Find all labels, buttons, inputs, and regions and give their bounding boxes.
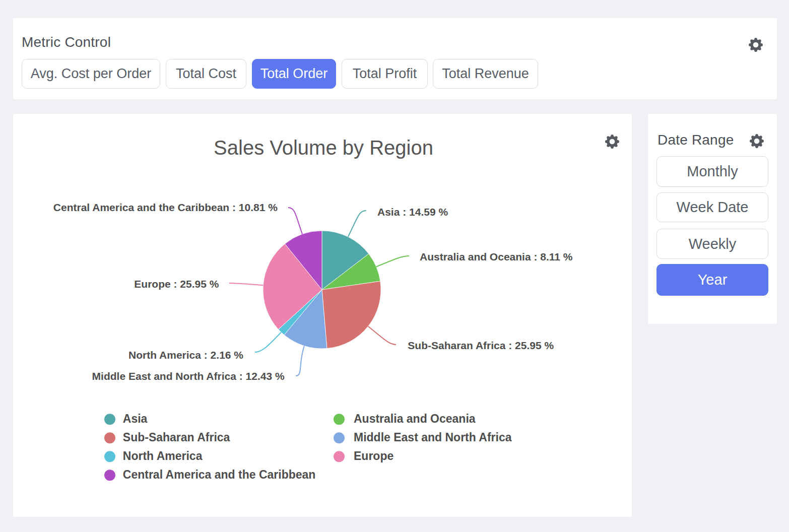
svg-text:Australia and Oceania : 8.11 %: Australia and Oceania : 8.11 % <box>420 251 573 262</box>
svg-text:Asia: Asia <box>123 412 148 425</box>
svg-text:Central America and the Caribb: Central America and the Caribbean <box>123 468 316 481</box>
svg-text:Europe: Europe <box>354 449 393 462</box>
svg-text:North America: North America <box>123 449 203 462</box>
svg-text:Australia and Oceania: Australia and Oceania <box>354 412 476 425</box>
svg-text:Sub-Saharan Africa : 25.95 %: Sub-Saharan Africa : 25.95 % <box>408 340 554 351</box>
svg-text:Central America and the Caribb: Central America and the Caribbean : 10.8… <box>53 202 278 213</box>
svg-text:Middle East and North Africa: Middle East and North Africa <box>354 431 512 444</box>
svg-text:Sub-Saharan Africa: Sub-Saharan Africa <box>123 431 230 444</box>
svg-text:Asia : 14.59 %: Asia : 14.59 % <box>377 206 448 218</box>
svg-text:North America : 2.16 %: North America : 2.16 % <box>128 349 243 361</box>
svg-text:Middle East and North Africa :: Middle East and North Africa : 12.43 % <box>92 370 285 382</box>
svg-text:Europe : 25.95 %: Europe : 25.95 % <box>134 278 219 290</box>
